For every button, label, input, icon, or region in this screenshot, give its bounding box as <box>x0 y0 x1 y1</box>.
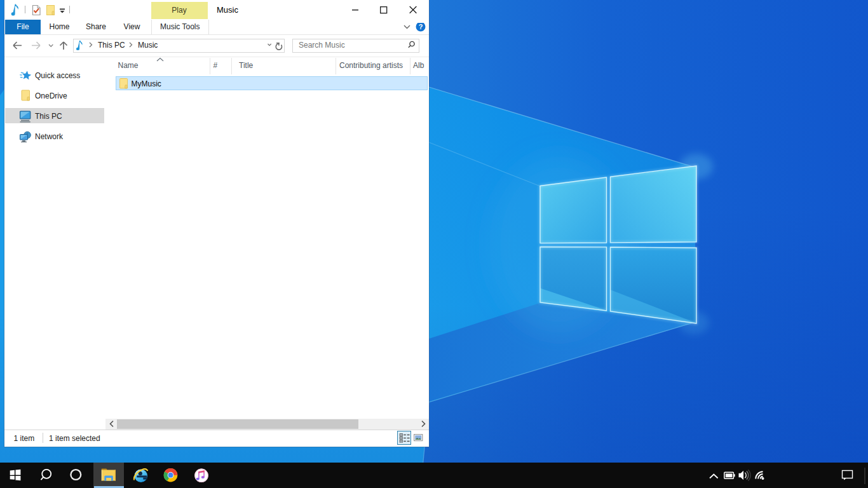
svg-text:?: ? <box>419 23 423 30</box>
